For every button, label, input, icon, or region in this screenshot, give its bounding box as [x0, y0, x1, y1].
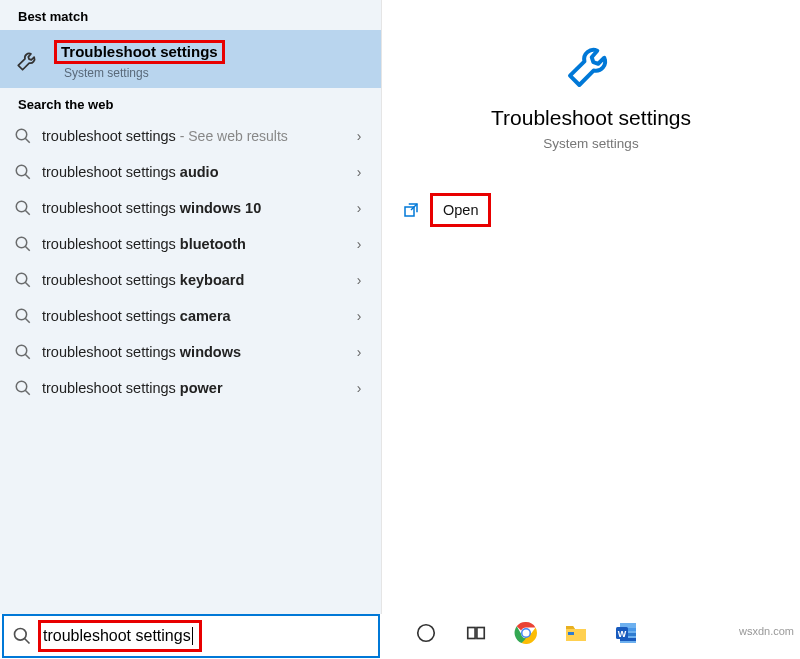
- svg-line-9: [25, 282, 30, 287]
- search-icon: [14, 343, 32, 361]
- best-match-result[interactable]: Troubleshoot settings System settings: [0, 30, 381, 88]
- search-icon: [14, 199, 32, 217]
- best-match-header: Best match: [0, 0, 381, 30]
- svg-point-6: [16, 237, 27, 248]
- web-result-item[interactable]: troubleshoot settings audio›: [0, 154, 381, 190]
- search-icon: [12, 626, 32, 646]
- web-result-label: troubleshoot settings windows: [42, 344, 351, 360]
- svg-point-24: [523, 630, 530, 637]
- chevron-right-icon: ›: [351, 344, 367, 360]
- svg-point-17: [15, 629, 27, 641]
- search-icon: [14, 379, 32, 397]
- svg-rect-25: [568, 632, 574, 635]
- svg-point-2: [16, 165, 27, 176]
- svg-point-12: [16, 345, 27, 356]
- web-result-item[interactable]: troubleshoot settings - See web results›: [0, 118, 381, 154]
- chevron-right-icon: ›: [351, 128, 367, 144]
- svg-text:W: W: [618, 629, 627, 639]
- preview-subtitle: System settings: [543, 136, 638, 151]
- svg-line-15: [25, 390, 30, 395]
- chevron-right-icon: ›: [351, 164, 367, 180]
- svg-point-14: [16, 381, 27, 392]
- svg-line-13: [25, 354, 30, 359]
- best-match-subtitle: System settings: [64, 66, 225, 80]
- open-action[interactable]: Open: [430, 193, 491, 227]
- chrome-icon[interactable]: [512, 619, 540, 647]
- highlight-box: troubleshoot settings: [38, 620, 202, 652]
- file-explorer-icon[interactable]: [562, 619, 590, 647]
- search-icon: [14, 271, 32, 289]
- word-icon[interactable]: W: [612, 619, 640, 647]
- text-caret: [192, 627, 193, 645]
- web-result-item[interactable]: troubleshoot settings windows›: [0, 334, 381, 370]
- chevron-right-icon: ›: [351, 272, 367, 288]
- web-result-item[interactable]: troubleshoot settings bluetooth›: [0, 226, 381, 262]
- web-result-item[interactable]: troubleshoot settings camera›: [0, 298, 381, 334]
- web-result-label: troubleshoot settings camera: [42, 308, 351, 324]
- watermark: wsxdn.com: [739, 625, 794, 637]
- svg-point-4: [16, 201, 27, 212]
- chevron-right-icon: ›: [351, 200, 367, 216]
- chevron-right-icon: ›: [351, 380, 367, 396]
- cortana-icon[interactable]: [412, 619, 440, 647]
- search-results-panel: Best match Troubleshoot settings System …: [0, 0, 382, 614]
- chevron-right-icon: ›: [351, 236, 367, 252]
- svg-line-5: [25, 210, 30, 215]
- svg-line-18: [25, 639, 30, 644]
- web-result-label: troubleshoot settings - See web results: [42, 128, 351, 144]
- web-result-label: troubleshoot settings windows 10: [42, 200, 351, 216]
- svg-line-3: [25, 174, 30, 179]
- web-result-item[interactable]: troubleshoot settings power›: [0, 370, 381, 406]
- search-input[interactable]: troubleshoot settings: [2, 614, 380, 658]
- svg-rect-20: [468, 628, 475, 639]
- web-result-label: troubleshoot settings power: [42, 380, 351, 396]
- svg-point-19: [418, 625, 435, 642]
- search-icon: [14, 307, 32, 325]
- web-result-label: troubleshoot settings audio: [42, 164, 351, 180]
- chevron-right-icon: ›: [351, 308, 367, 324]
- taskbar: W: [390, 612, 640, 654]
- wrench-icon: [14, 46, 42, 74]
- svg-point-0: [16, 129, 27, 140]
- svg-line-1: [25, 138, 30, 143]
- svg-line-11: [25, 318, 30, 323]
- open-icon: [402, 201, 420, 219]
- search-icon: [14, 235, 32, 253]
- search-web-header: Search the web: [0, 88, 381, 118]
- svg-line-7: [25, 246, 30, 251]
- search-value: troubleshoot settings: [43, 627, 191, 645]
- web-results-list: troubleshoot settings - See web results›…: [0, 118, 381, 406]
- svg-point-8: [16, 273, 27, 284]
- search-icon: [14, 127, 32, 145]
- search-icon: [14, 163, 32, 181]
- web-result-label: troubleshoot settings keyboard: [42, 272, 351, 288]
- web-result-label: troubleshoot settings bluetooth: [42, 236, 351, 252]
- preview-panel: Troubleshoot settings System settings Op…: [382, 0, 800, 614]
- best-match-title: Troubleshoot settings: [61, 43, 218, 60]
- web-result-item[interactable]: troubleshoot settings windows 10›: [0, 190, 381, 226]
- svg-rect-21: [477, 628, 484, 639]
- highlight-box: Troubleshoot settings: [54, 40, 225, 64]
- web-result-item[interactable]: troubleshoot settings keyboard›: [0, 262, 381, 298]
- preview-title: Troubleshoot settings: [491, 106, 691, 130]
- task-view-icon[interactable]: [462, 619, 490, 647]
- svg-point-10: [16, 309, 27, 320]
- wrench-icon: [563, 36, 619, 92]
